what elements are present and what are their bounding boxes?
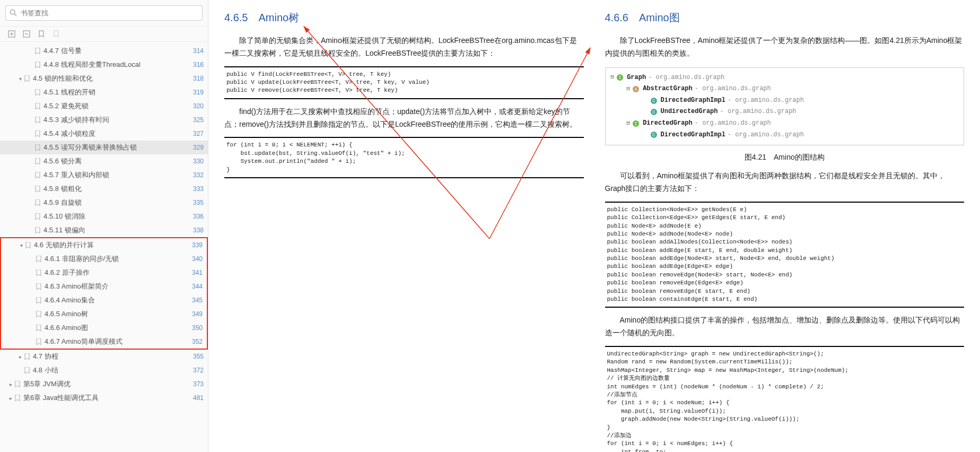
toc-item[interactable]: ▾4.6 无锁的并行计算339 (1, 238, 207, 252)
bookmark-remove-icon[interactable] (52, 30, 60, 38)
toc-item-page: 330 (193, 158, 204, 165)
code-block: public Collection<Node<E>> getNodes(E e)… (605, 202, 965, 308)
toc-item-label: 4.6.5 Amino树 (45, 309, 189, 319)
table-of-contents[interactable]: 4.4.7 信号量3144.4.8 线程局部变量ThreadLocal316▾4… (0, 42, 208, 452)
class-name: UndirectedGraph (661, 106, 718, 118)
toc-item-label: 4.6.6 Amino图 (45, 323, 189, 333)
toc-item[interactable]: 4.5.2 避免死锁320 (0, 99, 208, 113)
toc-item[interactable]: 4.6.5 Amino树349 (1, 307, 207, 321)
toc-item-page: 318 (193, 75, 204, 82)
toc-item-page: 316 (193, 61, 204, 68)
package-name: - org.amino.ds.graph (695, 118, 771, 129)
class-tree-row: CDirectedGraphImpl - org.amino.ds.graph (611, 95, 959, 107)
paragraph: 可以看到，Amino框架提供了有向图和无向图两种数据结构，它们都是线程安全并且无… (605, 170, 965, 195)
bookmark-icon (35, 213, 40, 220)
bookmark-add-icon[interactable] (37, 30, 46, 38)
toc-item[interactable]: 4.5.9 自旋锁335 (0, 196, 208, 210)
type-icon: I (616, 74, 624, 81)
class-name: DirectedGraph (643, 118, 693, 129)
bookmark-icon (36, 338, 41, 345)
toc-item-page: 336 (193, 213, 204, 220)
toc-item-page: 338 (193, 227, 204, 234)
toc-item[interactable]: ▾4.5 锁的性能和优化318 (0, 72, 208, 85)
expand-toggle-icon[interactable]: ▸ (7, 381, 14, 387)
toc-item-label: 4.5 锁的性能和优化 (33, 74, 190, 83)
toc-item-page: 332 (193, 171, 204, 179)
toc-item[interactable]: 4.5.5 读写分离锁来替换独占锁329 (0, 141, 208, 154)
toc-item-page: 352 (192, 338, 203, 345)
paragraph: 除了简单的无锁集合类，Amino框架还提供了无锁的树结构。LockFreeBST… (224, 34, 584, 60)
toc-item[interactable]: 4.6.4 Amino集合345 (1, 293, 207, 307)
toc-item[interactable]: ▸第5章 JVM调优373 (0, 377, 208, 391)
right-column: 4.6.6 Amino图 除了LockFreeBSTree，Amino框架还提供… (605, 11, 965, 441)
bookmark-icon (24, 367, 30, 373)
toc-item-label: 4.5.7 重入锁和内部锁 (43, 170, 190, 180)
toc-item[interactable]: ▸第6章 Java性能调优工具481 (0, 391, 208, 405)
type-icon: C (650, 131, 658, 138)
toc-item[interactable]: 4.4.8 线程局部变量ThreadLocal316 (0, 58, 208, 72)
class-name: DirectedGraphImpl (661, 95, 725, 107)
toc-item[interactable]: 4.5.6 锁分离330 (0, 154, 208, 168)
bookmark-icon (15, 395, 20, 401)
code-block: public V find(LockFreeBSTree<T, V> tree,… (224, 66, 584, 99)
search-input[interactable] (5, 5, 203, 21)
sidebar-toolbar (0, 27, 208, 42)
code-block: for (int i = 0; i < NELEMENT; ++i) { bst… (224, 137, 584, 178)
toc-item[interactable]: 4.6.7 Amino简单调度模式352 (1, 335, 207, 349)
toc-item-page: 372 (193, 367, 204, 374)
class-hierarchy-figure: ⊟IGraph - org.amino.ds.graph⊟AAbstractGr… (605, 67, 965, 146)
svg-text:C: C (652, 99, 655, 104)
bookmark-icon (36, 311, 41, 317)
bookmark-icon (36, 270, 41, 276)
svg-text:A: A (634, 87, 637, 92)
toc-item[interactable]: ▸4.7 协程355 (0, 350, 208, 363)
package-name: - org.amino.ds.graph (728, 129, 804, 141)
toc-item[interactable]: 4.6.2 原子操作341 (1, 266, 207, 280)
expand-toggle-icon[interactable]: ▸ (17, 354, 23, 360)
package-name: - org.amino.ds.graph (648, 72, 724, 84)
toc-item[interactable]: 4.5.3 减少锁持有时间325 (0, 113, 208, 127)
bookmark-icon (35, 172, 40, 178)
toc-item[interactable]: 4.5.7 重入锁和内部锁332 (0, 168, 208, 182)
toc-item-label: 4.6 无锁的并行计算 (34, 240, 189, 250)
toc-item-label: 4.5.6 锁分离 (43, 157, 190, 166)
class-name: AbstractGraph (643, 83, 693, 95)
toc-item[interactable]: 4.8 小结372 (0, 363, 208, 377)
package-name: - org.amino.ds.graph (728, 95, 804, 107)
expand-toggle-icon[interactable]: ▾ (18, 242, 24, 248)
tree-expand-icon: ⊟ (627, 84, 631, 94)
code-block: UndirectedGraph<String> graph = new Undi… (605, 346, 965, 452)
expand-toggle-icon[interactable]: ▾ (17, 76, 23, 82)
toc-item-label: 4.5.3 减少锁持有时间 (43, 115, 190, 125)
toc-item-label: 4.4.8 线程局部变量ThreadLocal (43, 60, 190, 69)
toc-item-page: 335 (193, 199, 204, 206)
toc-item[interactable]: 4.5.11 锁偏向338 (0, 223, 208, 237)
toc-item[interactable]: 4.5.1 线程的开销319 (0, 85, 208, 99)
toc-item[interactable]: 4.5.10 锁消除336 (0, 210, 208, 223)
toc-item-page: 373 (193, 380, 204, 388)
toc-item-page: 350 (192, 324, 203, 332)
expand-toggle-icon[interactable]: ▸ (7, 395, 14, 401)
toc-item[interactable]: 4.6.1 非阻塞的同步/无锁340 (1, 252, 207, 266)
bookmark-icon (35, 62, 40, 68)
toc-item-label: 4.5.9 自旋锁 (43, 198, 190, 207)
bookmark-icon (35, 103, 40, 109)
toc-item-label: 4.5.10 锁消除 (43, 212, 190, 221)
type-icon: I (632, 120, 640, 127)
toc-item-label: 4.5.8 锁粗化 (43, 184, 190, 194)
collapse-all-icon[interactable] (22, 30, 31, 38)
toc-item-label: 4.5.4 减小锁粒度 (43, 129, 190, 138)
toc-item[interactable]: 4.6.6 Amino图350 (1, 321, 207, 335)
toc-item-label: 4.7 协程 (33, 352, 190, 361)
paragraph: find()方法用于在二叉搜索树中查找相应的节点；update()方法将节点加入… (224, 106, 584, 131)
expand-all-icon[interactable] (7, 30, 16, 38)
toc-item[interactable]: 4.4.7 信号量314 (0, 44, 208, 58)
toc-item-page: 345 (192, 297, 203, 304)
class-tree-row: CUndirectedGraph - org.amino.ds.graph (611, 106, 959, 118)
bookmark-icon (35, 199, 40, 206)
toc-item[interactable]: 4.6.3 Amino框架简介344 (1, 280, 207, 293)
bookmark-icon (36, 283, 41, 290)
class-tree-row: CDirectedGraphImpl - org.amino.ds.graph (611, 129, 959, 141)
toc-item[interactable]: 4.5.8 锁粗化333 (0, 182, 208, 196)
toc-item[interactable]: 4.5.4 减小锁粒度327 (0, 127, 208, 141)
